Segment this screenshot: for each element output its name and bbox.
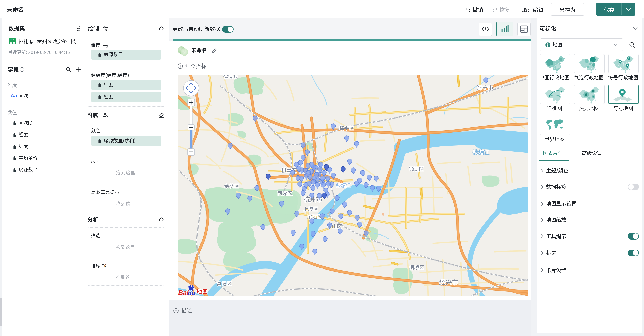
svg-text:CSV: CSV <box>11 38 14 40</box>
svg-text:du: du <box>188 290 195 296</box>
svg-text:A: A <box>104 263 106 266</box>
svg-text:Z: Z <box>104 266 106 269</box>
svg-text:Bai: Bai <box>178 289 189 296</box>
